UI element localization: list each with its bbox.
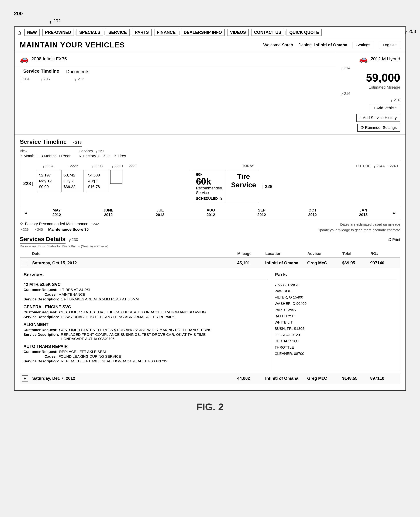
mileage-display: 59,000 — [366, 72, 400, 83]
col-date: Date — [32, 251, 237, 256]
ref-label-200: 200 — [14, 10, 406, 16]
welcome-text: Welcome Sarah — [263, 43, 293, 47]
print-btn[interactable]: 🖨 Print — [387, 237, 400, 242]
entry-222B: 53,742 July 2 $36.22 — [61, 170, 84, 192]
entry-222A: 52,197 May 12 $0.00 — [37, 170, 59, 192]
month-sep: SEP 2012 — [256, 206, 268, 219]
rollover-note: Rollover and Down States for Minus Butto… — [20, 244, 400, 248]
svc-label-cr-1: Customer Request: — [23, 288, 59, 292]
tire-service-text: TireService — [231, 172, 256, 189]
nav-sep-8: | — [249, 30, 250, 35]
entry-222D — [110, 170, 122, 184]
tab-service-timeline[interactable]: Service Timeline — [20, 66, 63, 76]
nav-item-new[interactable]: NEW — [24, 29, 40, 36]
sr1-header: − Saturday, Oct 15, 2012 45,101 Infiniti… — [20, 258, 400, 268]
welcome-dealer-area: Welcome Sarah Dealer: Infiniti of Omaha … — [263, 42, 400, 48]
tab-documents[interactable]: Documents — [63, 66, 93, 76]
nav-item-preowned[interactable]: PRE-OWNED — [42, 29, 74, 36]
svc-row-desc-1: Service Description: 1 FT BRAKES ARE AT … — [23, 297, 267, 301]
svc-name-alignment: ALIGNMENT — [23, 322, 267, 327]
svc-label-cause-1: Cause: — [23, 292, 59, 296]
svc-label-desc-1: Service Description: — [23, 297, 61, 301]
nav-item-quickquote[interactable]: QUICK QUOTE — [286, 29, 322, 36]
svc-row-desc-4: Service Description: REPLACED LEFT AXLE … — [23, 359, 267, 363]
filter-oil[interactable]: ☑ Oil — [103, 154, 111, 158]
svc-val-desc-1: 1 FT BRAKES ARE AT 6.5MM REAR AT 3.5MM — [61, 297, 139, 301]
nav-item-parts[interactable]: PARTS — [132, 29, 152, 36]
col-total: Total — [342, 251, 370, 256]
header-row: MAINTAIN YOUR VEHICLES Welcome Sarah Dea… — [15, 38, 405, 52]
sr2-date: Saturday, Dec 7, 2012 — [32, 376, 237, 381]
ref-212: ╭ 212 — [75, 77, 84, 81]
ref-226: ╭ 226 — [20, 227, 29, 232]
sr2-advisor: Greg McC — [307, 376, 342, 381]
expand-btn-1[interactable]: − — [22, 260, 28, 266]
nav-next-btn[interactable]: » — [389, 208, 400, 217]
sr2-location: Infiniti of Omaha — [265, 376, 307, 381]
nav-prev-btn[interactable]: « — [20, 208, 31, 217]
left-vehicle-panel: 🚗 2008 Infiniti FX35 Service Timeline Do… — [15, 52, 335, 134]
nav-item-videos[interactable]: VIDEOS — [227, 29, 249, 36]
svc-label-cause-4: Cause: — [23, 354, 59, 359]
nav-sep-2: | — [75, 30, 76, 35]
svc-val-cr-4: REPLACE LEFT AXLE SEAL — [59, 350, 107, 354]
timeline-entries-row: 228 | ╭ 222A ╭ 222B ╭ 222C ╭ 222D 222E T… — [20, 161, 400, 206]
svc-row-cr-3: Customer Request: CUSTOMER STATES THERE … — [23, 328, 267, 332]
nav-item-finance[interactable]: FINANCE — [154, 29, 179, 36]
main-ui-container: ⌂ NEW | PRE-OWNED | SPECIALS | SERVICE |… — [14, 26, 406, 391]
col-ro: RO# — [370, 251, 398, 256]
svc-row-cause-1: Cause: MAINTENANCE — [23, 292, 267, 296]
view-month[interactable]: ☑ Month — [20, 154, 34, 158]
month-jan: JAN 2013 — [357, 206, 369, 219]
svc-val-cr-2: CUSTOMER STATES THAT THE CAR HESITATES O… — [59, 310, 206, 314]
sd-title-row: Services Details ╭ 230 — [20, 236, 78, 244]
entries-boxes-row: 52,197 May 12 $0.00 53,742 July 2 $36.22 — [37, 170, 398, 203]
svc-label-cr-4: Customer Request: — [23, 350, 59, 354]
services-col-title: Services — [23, 272, 267, 279]
filter-tires[interactable]: ☑ Tires — [114, 154, 126, 158]
nav-item-specials[interactable]: SPECIALS — [76, 29, 103, 36]
view-year[interactable]: ☐ Year — [59, 154, 71, 158]
tire-service-box: TireService — [228, 170, 259, 203]
reminder-settings-btn[interactable]: ⟳ Reminder Settings — [357, 124, 400, 132]
nav-item-contact[interactable]: CONTACT US — [251, 29, 284, 36]
settings-btn[interactable]: Settings — [352, 42, 374, 48]
page-title: MAINTAIN YOUR VEHICLES — [20, 41, 125, 49]
today-area — [124, 170, 133, 180]
svc-general-engine: GENERAL ENGINE SVC Customer Request: CUS… — [23, 304, 267, 319]
view-3months[interactable]: ☐ 3 Months — [37, 154, 57, 158]
svc-row-cr-4: Customer Request: REPLACE LEFT AXLE SEAL — [23, 350, 267, 354]
svc-val-cr-3: CUSTOMER STATES THERE IS A RUBBING NOISE… — [59, 328, 211, 332]
sr2-header: + Saturday, Dec 7, 2012 44,002 Infiniti … — [20, 373, 400, 384]
timeline-box: 228 | ╭ 222A ╭ 222B ╭ 222C ╭ 222D 222E T… — [20, 161, 400, 219]
vehicle-name-right: 2012 M Hybrid — [371, 56, 400, 62]
sr1-body: Services 42 MTH/52.5K SVC Customer Reque… — [20, 268, 400, 370]
services-details-title: Services Details — [20, 236, 66, 244]
nav-sep-1: | — [40, 30, 42, 35]
future-desc: RecommendedService — [196, 186, 222, 195]
add-service-btn[interactable]: + Add Service History — [356, 114, 400, 122]
sr1-services-col: Services 42 MTH/52.5K SVC Customer Reque… — [20, 268, 271, 370]
svc-val-cause-1: MAINTENANCE — [59, 292, 85, 296]
logout-btn[interactable]: Log Out — [379, 42, 400, 48]
nav-item-service[interactable]: SERVICE — [106, 29, 130, 36]
home-icon[interactable]: ⌂ — [17, 29, 21, 36]
add-vehicle-btn[interactable]: + Add Vehicle — [370, 104, 400, 112]
view-label: View — [20, 149, 71, 153]
svc-row-cr-2: Customer Request: CUSTOMER STATES THAT T… — [23, 310, 267, 314]
svc-label-desc-4: Service Description: — [23, 359, 61, 363]
expand-btn-2[interactable]: + — [22, 375, 28, 382]
vehicle-tab-right[interactable]: 🚗 2012 M Hybrid — [359, 55, 400, 63]
view-filter: View ☑ Month ☐ 3 Months ☐ Year — [20, 149, 71, 158]
st-header-row: Service Timeline ╭ 218 View ☑ Month — [20, 138, 400, 158]
nav-item-dealership[interactable]: DEALERSHIP INFO — [181, 29, 225, 36]
st-left-col: Service Timeline ╭ 218 View ☑ Month — [20, 138, 126, 158]
bottom-info-bar: ☆ Factory Recommended Maintenance ╭ 242 … — [20, 222, 400, 233]
ref-230: ╭ 230 — [68, 237, 78, 242]
filter-factory[interactable]: ☑ Factory ☆ — [79, 154, 100, 158]
svc-row-desc-3: Service Description: REPLACED FRONT COMP… — [23, 332, 267, 341]
sr1-mileage: 45,101 — [237, 260, 265, 266]
svc-name-trans: AUTO TRANS REPAIR — [23, 344, 267, 349]
future-section: 60k 60k RecommendedService SCHEDULED ☆ — [190, 170, 259, 203]
vehicle-tab-left[interactable]: 🚗 2008 Infiniti FX35 — [15, 52, 335, 66]
